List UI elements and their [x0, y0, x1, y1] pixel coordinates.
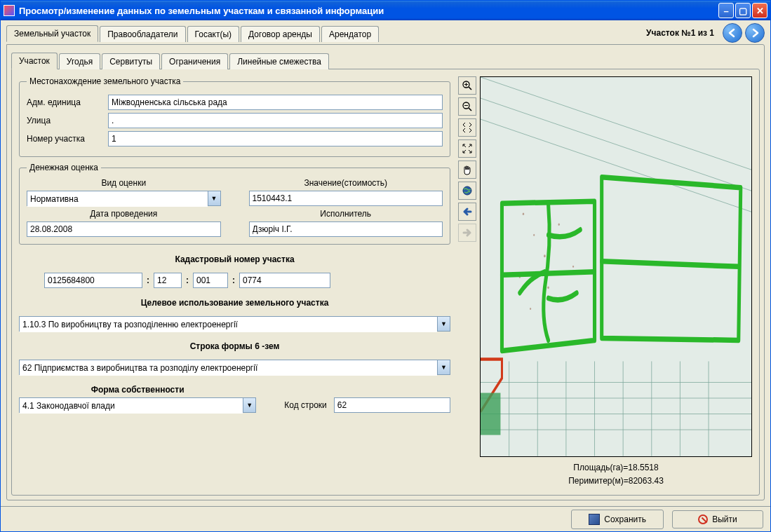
prev-record-button[interactable]	[723, 23, 742, 43]
titlebar: Просмотр/изменение данных по земельным у…	[1, 1, 770, 20]
close-button[interactable]: ✕	[752, 3, 767, 18]
globe-icon	[462, 185, 473, 196]
cadastral-sep: :	[186, 275, 189, 285]
map-next-button[interactable]	[458, 224, 476, 242]
map-toolbar	[457, 76, 477, 488]
street-input[interactable]	[108, 113, 443, 128]
svg-point-28	[558, 224, 560, 226]
pan-button[interactable]	[458, 161, 476, 179]
chevron-down-icon[interactable]: ▼	[437, 360, 450, 374]
form6-input[interactable]	[20, 360, 437, 376]
valuation-type-combo[interactable]: ▼	[27, 191, 221, 206]
svg-line-34	[502, 272, 594, 275]
valuation-value-input[interactable]	[249, 191, 443, 206]
zoom-out-icon	[462, 101, 473, 112]
cadastral-p3-input[interactable]	[193, 273, 228, 288]
exit-icon	[698, 514, 708, 524]
window-title: Просмотр/изменение данных по земельным у…	[19, 6, 718, 16]
tab-land-plot[interactable]: Земельный участок	[6, 25, 98, 42]
valuation-date-input[interactable]	[27, 221, 221, 237]
svg-point-31	[530, 308, 531, 310]
tab-gosakt[interactable]: Госакт(ы)	[187, 26, 240, 42]
tab-rightholders[interactable]: Правообладатели	[100, 26, 185, 42]
arrow-right-icon	[462, 227, 473, 238]
cadastral-p2-input[interactable]	[154, 273, 182, 288]
arrow-left-icon	[462, 206, 473, 217]
next-record-button[interactable]	[745, 23, 765, 43]
valuation-date-label: Дата проведения	[27, 209, 221, 219]
svg-rect-35	[481, 393, 500, 435]
svg-point-26	[544, 254, 546, 257]
chevron-down-icon[interactable]: ▼	[208, 191, 220, 205]
rowcode-input[interactable]	[334, 397, 450, 413]
app-icon	[4, 5, 15, 16]
form6-title: Строка формы 6 -зем	[19, 341, 450, 351]
rowcode-label: Код строки	[284, 400, 327, 410]
svg-point-29	[572, 266, 574, 268]
cadastral-sep: :	[232, 275, 235, 285]
purpose-title: Целевое использование земельного участка	[19, 298, 450, 308]
tab-linear-adjacency[interactable]: Линейные смежества	[229, 53, 329, 69]
tab-lease[interactable]: Договор аренды	[241, 26, 320, 42]
ownership-input[interactable]	[20, 398, 243, 414]
form6-combo[interactable]: ▼	[19, 360, 450, 375]
minimize-button[interactable]: –	[718, 3, 734, 18]
valuation-type-input[interactable]	[27, 191, 208, 207]
zoom-in-button[interactable]	[458, 76, 476, 95]
purpose-combo[interactable]: ▼	[19, 316, 450, 332]
svg-point-7	[463, 186, 471, 195]
valuation-legend: Денежная оценка	[27, 163, 101, 172]
map-prev-button[interactable]	[458, 203, 476, 221]
svg-point-25	[533, 234, 535, 236]
map-viewport[interactable]	[480, 76, 752, 457]
cadastral-p4-input[interactable]	[239, 273, 330, 288]
record-counter: Участок №1 из 1	[380, 28, 723, 38]
cadastral-number-row: : : :	[19, 273, 450, 288]
parcel-num-input[interactable]	[108, 131, 443, 146]
street-label: Улица	[27, 116, 104, 125]
fullscreen-icon	[462, 143, 473, 154]
arrow-right-icon	[750, 28, 760, 38]
main-tabs: Земельный участок Правообладатели Госакт…	[6, 25, 380, 41]
valuation-exec-label: Исполнитель	[249, 209, 443, 219]
globe-button[interactable]	[458, 182, 476, 200]
parcel-num-label: Номер участка	[27, 134, 104, 144]
maximize-button[interactable]: ▢	[735, 3, 751, 18]
location-legend: Местонахождение земельного участка	[27, 76, 183, 86]
adm-unit-input[interactable]	[108, 95, 443, 110]
zoom-out-button[interactable]	[458, 97, 476, 116]
svg-line-5	[469, 108, 471, 111]
adm-unit-label: Адм. единица	[27, 97, 104, 107]
map-area-label: Площадь(га)=18.5518	[480, 461, 752, 475]
svg-point-30	[547, 287, 549, 289]
chevron-down-icon[interactable]: ▼	[243, 398, 255, 412]
fit-width-button[interactable]	[458, 118, 476, 137]
save-icon	[589, 514, 600, 525]
valuation-type-label: Вид оценки	[27, 178, 221, 188]
valuation-fieldset: Денежная оценка Вид оценки ▼ Дата провед…	[19, 163, 450, 245]
tab-parcel[interactable]: Участок	[11, 53, 58, 69]
tab-lands[interactable]: Угодья	[59, 53, 100, 69]
map-perimeter-label: Перимитер(м)=82063.43	[480, 475, 752, 488]
tab-servitudes[interactable]: Сервитуты	[102, 53, 160, 69]
cadastral-title: Кадастровый номер участка	[19, 254, 450, 264]
svg-point-24	[523, 212, 524, 215]
exit-button[interactable]: Выйти	[672, 510, 763, 528]
chevron-down-icon[interactable]: ▼	[437, 317, 450, 331]
valuation-exec-input[interactable]	[249, 221, 443, 237]
tab-lessee[interactable]: Арендатор	[321, 26, 379, 42]
exit-button-label: Выйти	[712, 514, 737, 524]
fit-width-icon	[462, 122, 473, 133]
cadastral-sep: :	[147, 275, 149, 285]
svg-line-1	[469, 87, 471, 90]
footer: Сохранить Выйти	[1, 506, 770, 531]
save-button-label: Сохранить	[604, 514, 646, 524]
ownership-combo[interactable]: ▼	[19, 397, 256, 413]
tab-restrictions[interactable]: Ограничения	[161, 53, 228, 69]
save-button[interactable]: Сохранить	[571, 510, 664, 529]
cadastral-p1-input[interactable]	[44, 273, 142, 288]
purpose-input[interactable]	[20, 317, 437, 332]
fullscreen-button[interactable]	[458, 139, 476, 158]
arrow-left-icon	[728, 28, 737, 38]
sub-tabs: Участок Угодья Сервитуты Ограничения Лин…	[11, 52, 760, 69]
